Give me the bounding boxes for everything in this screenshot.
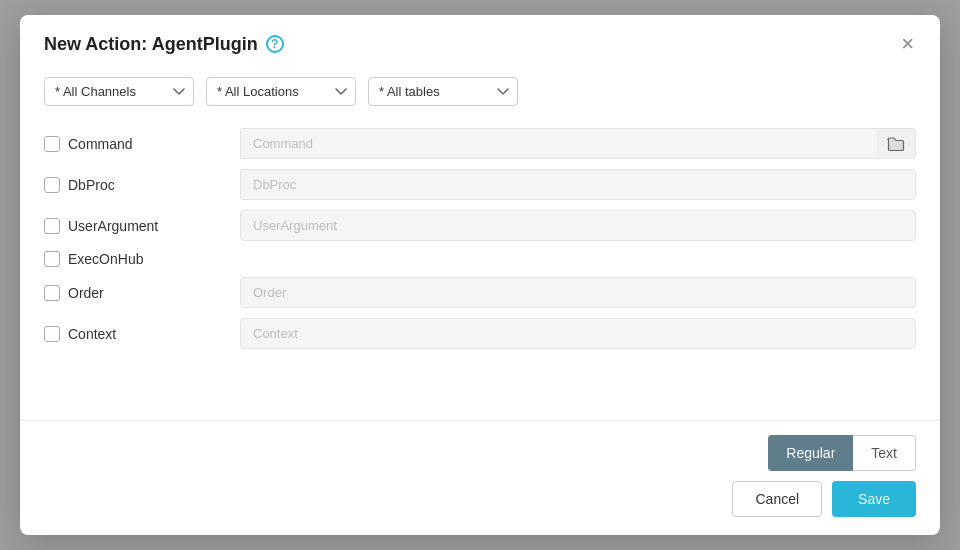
- locations-filter[interactable]: * All LocationsLocation 1Location 2: [206, 77, 356, 106]
- input-userargument[interactable]: [240, 210, 916, 241]
- footer-action-buttons: Cancel Save: [44, 481, 916, 517]
- regular-button[interactable]: Regular: [768, 435, 853, 471]
- form-row-context: Context: [44, 318, 916, 349]
- label-userargument: UserArgument: [68, 218, 158, 234]
- modal: New Action: AgentPlugin ? × * All Channe…: [20, 15, 940, 535]
- checkbox-command[interactable]: [44, 136, 60, 152]
- input-group-command: [240, 128, 916, 159]
- modal-title-text: New Action: AgentPlugin: [44, 34, 258, 55]
- checkbox-dbproc[interactable]: [44, 177, 60, 193]
- label-group-context: Context: [44, 326, 224, 342]
- label-context: Context: [68, 326, 116, 342]
- input-dbproc[interactable]: [240, 169, 916, 200]
- label-group-userargument: UserArgument: [44, 218, 224, 234]
- modal-footer: Regular Text Cancel Save: [20, 421, 940, 535]
- form-row-dbproc: DbProc: [44, 169, 916, 200]
- checkbox-userargument[interactable]: [44, 218, 60, 234]
- close-button[interactable]: ×: [899, 33, 916, 55]
- modal-header: New Action: AgentPlugin ? ×: [20, 15, 940, 69]
- modal-body: Command DbProc: [20, 124, 940, 410]
- form-row-order: Order: [44, 277, 916, 308]
- file-button-command[interactable]: [877, 128, 916, 159]
- input-order[interactable]: [240, 277, 916, 308]
- checkbox-context[interactable]: [44, 326, 60, 342]
- form-row-execonhub: ExecOnHub: [44, 251, 916, 267]
- save-button[interactable]: Save: [832, 481, 916, 517]
- help-icon[interactable]: ?: [266, 35, 284, 53]
- checkbox-order[interactable]: [44, 285, 60, 301]
- channels-filter[interactable]: * All ChannelsChannel 1Channel 2: [44, 77, 194, 106]
- label-execonhub: ExecOnHub: [68, 251, 143, 267]
- modal-title: New Action: AgentPlugin ?: [44, 34, 284, 55]
- label-group-command: Command: [44, 136, 224, 152]
- checkbox-execonhub[interactable]: [44, 251, 60, 267]
- input-command[interactable]: [240, 128, 877, 159]
- folder-icon: [887, 137, 905, 151]
- label-order: Order: [68, 285, 104, 301]
- form-row-command: Command: [44, 128, 916, 159]
- form-row-userargument: UserArgument: [44, 210, 916, 241]
- label-command: Command: [68, 136, 133, 152]
- filters-bar: * All ChannelsChannel 1Channel 2 * All L…: [20, 69, 940, 124]
- label-group-order: Order: [44, 285, 224, 301]
- modal-overlay: New Action: AgentPlugin ? × * All Channe…: [0, 0, 960, 550]
- label-group-execonhub: ExecOnHub: [44, 251, 224, 267]
- label-dbproc: DbProc: [68, 177, 115, 193]
- cancel-button[interactable]: Cancel: [732, 481, 822, 517]
- text-button[interactable]: Text: [853, 435, 916, 471]
- footer-mode-buttons: Regular Text: [44, 435, 916, 471]
- tables-filter[interactable]: * All tablesTable 1Table 2: [368, 77, 518, 106]
- label-group-dbproc: DbProc: [44, 177, 224, 193]
- input-context[interactable]: [240, 318, 916, 349]
